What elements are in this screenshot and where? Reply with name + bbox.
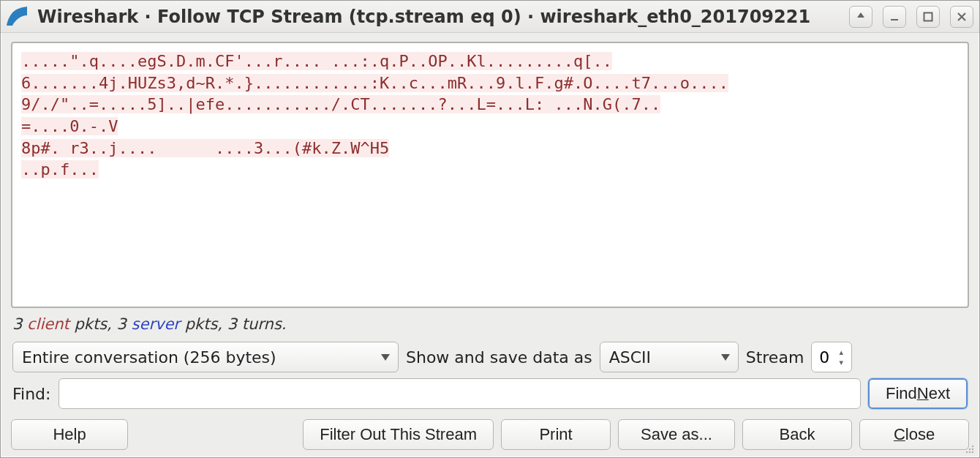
server-label: server [132,315,180,333]
find-label: Find: [12,385,51,403]
stream-line: .....".q....egS.D.m.CF'...r.... ...:.q.P… [21,52,612,70]
pkts-word: pkts, [185,315,222,333]
client-pkts-count: 3 [12,315,22,333]
stream-content[interactable]: .....".q....egS.D.m.CF'...r.... ...:.q.P… [11,42,969,308]
stream-line: =....0.-.V [21,117,118,135]
svg-point-4 [972,448,974,451]
spin-up-icon[interactable]: ▴ [834,347,848,357]
help-button[interactable]: Help [11,419,128,450]
spin-buttons: ▴ ▾ [834,347,848,367]
conversation-combo[interactable]: Entire conversation (256 bytes) [12,342,399,372]
wireshark-fin-icon [5,4,31,30]
server-pkts-count: 3 [116,315,126,333]
format-selected: ASCII [609,348,651,367]
minimize-button[interactable] [883,6,906,28]
data-format-combo[interactable]: ASCII [600,342,739,372]
stream-line: 9/./"..=.....5]..|efe.........../.CT....… [21,95,660,113]
svg-rect-1 [924,12,932,20]
close-button[interactable]: Close [859,419,969,450]
find-row: Find: Find Next [11,378,969,409]
display-controls-row: Entire conversation (256 bytes) Show and… [11,342,969,372]
client-label: client [27,315,69,333]
client-area: .....".q....egS.D.m.CF'...r.... ...:.q.P… [1,33,979,457]
turns-label: 3 turns. [227,315,287,333]
window-title: Wireshark · Follow TCP Stream (tcp.strea… [37,7,839,27]
chevron-down-icon [379,354,392,361]
stream-label: Stream [746,348,804,367]
always-on-top-button[interactable] [849,6,872,28]
show-save-label: Show and save data as [406,348,592,367]
maximize-button[interactable] [916,6,940,28]
find-input[interactable] [59,378,861,409]
filter-out-stream-button[interactable]: Filter Out This Stream [303,419,494,450]
find-next-button[interactable]: Find Next [868,378,968,409]
back-button[interactable]: Back [742,419,852,450]
svg-point-2 [972,446,974,448]
stream-number-spin[interactable]: 0 ▴ ▾ [811,342,852,372]
chevron-down-icon [719,354,732,361]
stream-value: 0 [819,348,829,367]
svg-rect-0 [891,19,898,20]
svg-point-3 [969,448,971,451]
svg-point-6 [969,451,971,454]
action-buttons-row: Help Filter Out This Stream Print Save a… [11,415,969,450]
stream-line: 6.......4j.HUZs3,d~R.*.}............:K..… [21,74,728,92]
conversation-selected: Entire conversation (256 bytes) [22,348,276,367]
titlebar: Wireshark · Follow TCP Stream (tcp.strea… [1,1,979,33]
stream-line: 8p#. r3..j.... ....3...(#k.Z.W^H5 [21,139,389,157]
stream-line: ..p.f... [21,160,99,179]
print-button[interactable]: Print [501,419,611,450]
svg-point-5 [966,451,968,454]
packet-stats: 3 client pkts, 3 server pkts, 3 turns. [11,314,969,336]
close-window-button[interactable] [950,6,973,28]
spin-down-icon[interactable]: ▾ [834,357,848,367]
follow-stream-window: Wireshark · Follow TCP Stream (tcp.strea… [0,0,980,458]
svg-point-7 [972,451,974,454]
pkts-word: pkts, [74,315,111,333]
save-as-button[interactable]: Save as... [618,419,735,450]
resize-grip-icon[interactable] [962,442,976,455]
